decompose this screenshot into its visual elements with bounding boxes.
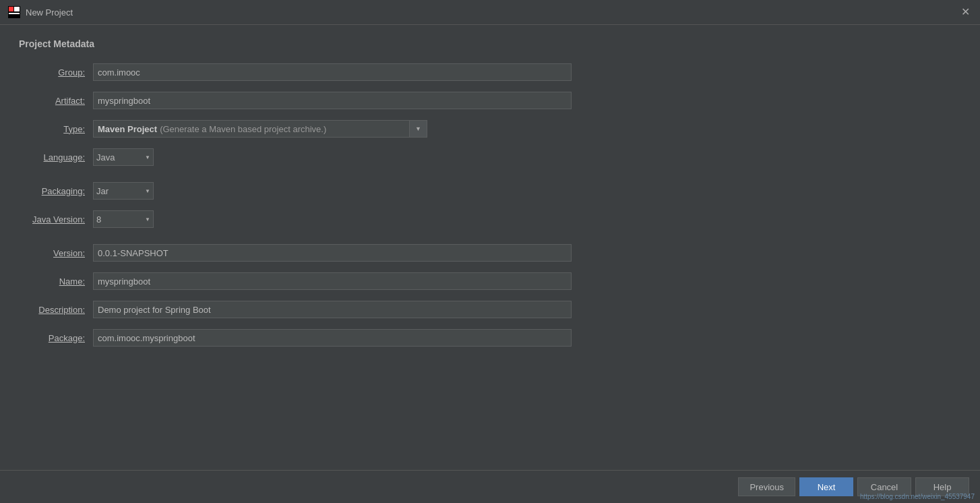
package-input[interactable] (93, 329, 572, 347)
next-button[interactable]: Next (799, 477, 853, 496)
java-version-select-wrapper: 8 11 17 21 (93, 210, 154, 228)
artifact-row: Artifact: (19, 91, 961, 110)
language-select-wrapper: Java Kotlin Groovy (93, 148, 154, 166)
description-input[interactable] (93, 301, 572, 318)
group-input[interactable] (93, 63, 572, 81)
type-bold-text: Maven Project (98, 124, 157, 134)
type-display: Maven Project (Generate a Maven based pr… (93, 120, 410, 138)
name-label-text: Name: (59, 276, 85, 287)
artifact-label: Artifact: (19, 96, 93, 106)
version-row: Version: (19, 243, 961, 262)
description-label: Description: (19, 305, 93, 315)
svg-rect-1 (9, 7, 13, 11)
packaging-select[interactable]: Jar War (93, 182, 154, 200)
new-project-dialog: New Project ✕ Project Metadata Group: Ar… (0, 0, 980, 503)
version-input[interactable] (93, 244, 572, 262)
packaging-label-text: Packaging: (42, 186, 85, 196)
previous-button[interactable]: Previous (738, 477, 795, 496)
dialog-title: New Project (26, 7, 73, 18)
app-icon (8, 6, 20, 18)
description-label-text: Description: (38, 305, 85, 315)
artifact-input[interactable] (93, 92, 572, 109)
java-version-row: Java Version: 8 11 17 21 (19, 210, 961, 229)
packaging-label: Packaging: (19, 186, 93, 196)
description-row: Description: (19, 300, 961, 319)
group-label: Group: (19, 67, 93, 78)
package-row: Package: (19, 328, 961, 347)
java-version-label-text: Java Version: (32, 214, 85, 225)
type-desc-text: (Generate a Maven based project archive.… (160, 124, 326, 134)
form-content: Project Metadata Group: Artifact: Type: … (0, 25, 980, 470)
title-bar-left: New Project (8, 6, 73, 18)
language-select[interactable]: Java Kotlin Groovy (93, 148, 154, 166)
java-version-select[interactable]: 8 11 17 21 (93, 210, 154, 228)
package-label-text: Package: (49, 333, 85, 343)
intellij-logo (8, 6, 20, 18)
watermark-text: https://blog.csdn.net/weixin_45537947 (860, 493, 975, 500)
name-input[interactable] (93, 272, 572, 290)
svg-rect-3 (9, 13, 20, 14)
svg-rect-2 (14, 7, 20, 11)
name-row: Name: (19, 272, 961, 291)
type-selector: Maven Project (Generate a Maven based pr… (93, 120, 427, 138)
close-button[interactable]: ✕ (958, 5, 972, 19)
type-label-text: Type: (63, 124, 85, 134)
title-bar: New Project ✕ (0, 0, 980, 25)
group-label-text: Group: (58, 67, 85, 78)
version-label: Version: (19, 248, 93, 258)
type-dropdown-button[interactable]: ▼ (410, 120, 427, 138)
bottom-bar: Previous Next Cancel Help https://blog.c… (0, 470, 980, 503)
package-label: Package: (19, 333, 93, 343)
packaging-row: Packaging: Jar War (19, 181, 961, 200)
type-row: Type: Maven Project (Generate a Maven ba… (19, 119, 961, 138)
name-label: Name: (19, 276, 93, 287)
language-row: Language: Java Kotlin Groovy (19, 148, 961, 167)
version-label-text: Version: (53, 248, 85, 258)
section-title: Project Metadata (19, 38, 961, 49)
packaging-select-wrapper: Jar War (93, 182, 154, 200)
type-label: Type: (19, 124, 93, 134)
artifact-label-text: Artifact: (55, 96, 85, 106)
java-version-label: Java Version: (19, 214, 93, 225)
language-label-text: Language: (44, 152, 85, 162)
language-label: Language: (19, 152, 93, 162)
group-row: Group: (19, 63, 961, 82)
